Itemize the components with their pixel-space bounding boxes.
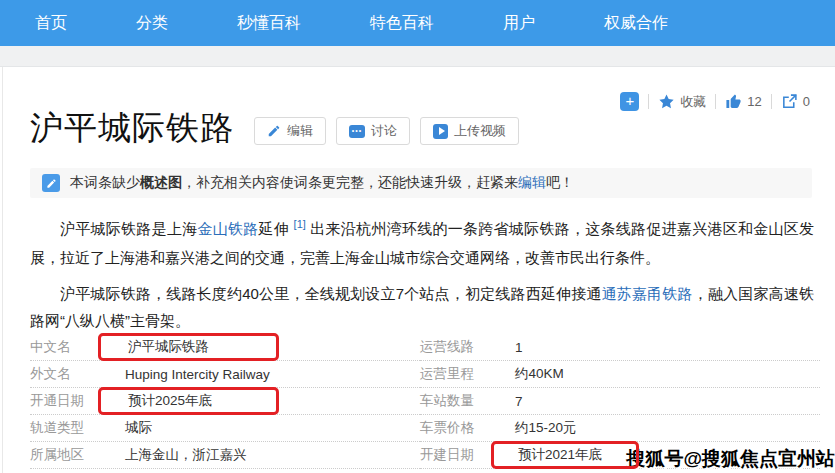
- divider: [648, 94, 649, 109]
- notice-bold-term: 概述图: [140, 174, 182, 190]
- collect-label: 收藏: [680, 93, 706, 111]
- edit-button-label: 编辑: [287, 122, 313, 140]
- nav-item-user[interactable]: 用户: [503, 13, 535, 34]
- discuss-button-label: 讨论: [371, 122, 397, 140]
- summary-paragraph-2: 沪平城际铁路，线路长度约40公里，全线规划设立7个站点，初定线路西延伸接通通苏嘉…: [30, 280, 814, 334]
- info-value-highlighted: 预计2021年底: [491, 441, 639, 469]
- share-icon: [781, 93, 798, 110]
- info-row-operating-mileage: 运营里程 约40KM: [420, 361, 820, 388]
- info-label: 运营线路: [420, 338, 515, 356]
- collect-button[interactable]: 收藏: [658, 93, 706, 111]
- info-value: 1: [515, 340, 523, 355]
- content-left-border: [2, 67, 3, 473]
- tongsu-jiayong-railway-link[interactable]: 通苏嘉甬铁路: [602, 285, 693, 302]
- title-buttons: 编辑 ••• 讨论 上传视频: [254, 117, 519, 145]
- info-row-station-count: 车站数量 7: [420, 388, 820, 415]
- nav-item-featured-baike[interactable]: 特色百科: [370, 13, 434, 34]
- info-row-foreign-name: 外文名 Huping Intercity Railway: [30, 361, 420, 388]
- add-icon[interactable]: +: [620, 92, 639, 111]
- notice-bar: 本词条缺少概述图，补充相关内容使词条更完整，还能快速升级，赶紧来编辑吧！: [30, 168, 812, 198]
- edit-button[interactable]: 编辑: [254, 117, 326, 145]
- like-count: 12: [747, 94, 761, 109]
- nav-item-authority-cooperation[interactable]: 权威合作: [604, 13, 668, 34]
- pencil-icon: [267, 124, 281, 138]
- chat-icon: •••: [349, 125, 365, 138]
- info-value-highlighted: 预计2025年底: [98, 387, 279, 415]
- divider: [771, 94, 772, 109]
- info-value: Huping Intercity Railway: [125, 367, 270, 382]
- title-row: 沪平城际铁路 编辑 ••• 讨论 上传视频: [30, 104, 519, 152]
- info-value-highlighted: 沪平城际铁路: [98, 333, 279, 361]
- info-value: 约15-20元: [515, 419, 577, 437]
- star-icon: [658, 93, 675, 110]
- notice-edit-link[interactable]: 编辑: [518, 174, 546, 190]
- nav-item-category[interactable]: 分类: [136, 13, 168, 34]
- share-button[interactable]: 0: [781, 93, 810, 110]
- info-label: 外文名: [30, 365, 125, 383]
- page-title: 沪平城际铁路: [30, 104, 234, 152]
- reference-1-link[interactable]: [1]: [294, 218, 306, 230]
- summary-paragraph-1: 沪平城际铁路是上海金山铁路延伸 [1] 出来沿杭州湾环线的一条跨省城际铁路，这条…: [30, 210, 814, 272]
- info-row-track-type: 轨道类型 城际: [30, 415, 420, 442]
- top-navbar: 首页 分类 秒懂百科 特色百科 用户 权威合作: [0, 0, 835, 46]
- upload-button-label: 上传视频: [454, 122, 506, 140]
- notice-text: 本词条缺少概述图，补充相关内容使词条更完整，还能快速升级，赶紧来编辑吧！: [70, 174, 574, 192]
- divider: [715, 94, 716, 109]
- nav-item-home[interactable]: 首页: [35, 13, 67, 34]
- info-value: 约40KM: [515, 365, 564, 383]
- like-button[interactable]: 12: [725, 93, 761, 110]
- upload-video-button[interactable]: 上传视频: [420, 117, 519, 145]
- page: 首页 分类 秒懂百科 特色百科 用户 权威合作 + 收藏 12 0: [0, 0, 835, 473]
- sohu-watermark: 搜狐号@搜狐焦点宜州站: [626, 446, 835, 472]
- discuss-button[interactable]: ••• 讨论: [336, 117, 410, 145]
- info-row-ticket-price: 车票价格 约15-20元: [420, 415, 820, 442]
- nav-item-miaodong-baike[interactable]: 秒懂百科: [237, 13, 301, 34]
- info-label: 车票价格: [420, 419, 515, 437]
- edit-pencil-icon: [42, 174, 60, 192]
- page-background-strip: [0, 46, 835, 67]
- thumbs-up-icon: [725, 93, 742, 110]
- info-value: 上海金山，浙江嘉兴: [125, 446, 247, 464]
- info-row-opening-date: 开通日期 预计2025年底: [30, 388, 420, 415]
- info-column-left: 中文名 沪平城际铁路 外文名 Huping Intercity Railway …: [30, 334, 420, 469]
- info-row-operating-lines: 运营线路 1: [420, 334, 820, 361]
- share-count: 0: [803, 94, 810, 109]
- jinshan-railway-link[interactable]: 金山铁路: [197, 220, 258, 237]
- info-value: 城际: [125, 419, 152, 437]
- info-row-chinese-name: 中文名 沪平城际铁路: [30, 334, 420, 361]
- info-label: 运营里程: [420, 365, 515, 383]
- info-label: 车站数量: [420, 392, 515, 410]
- info-label: 轨道类型: [30, 419, 125, 437]
- entry-actions: + 收藏 12 0: [620, 92, 810, 111]
- info-value: 7: [515, 394, 523, 409]
- info-row-region: 所属地区 上海金山，浙江嘉兴: [30, 442, 420, 469]
- info-label: 所属地区: [30, 446, 125, 464]
- play-icon: [433, 124, 448, 139]
